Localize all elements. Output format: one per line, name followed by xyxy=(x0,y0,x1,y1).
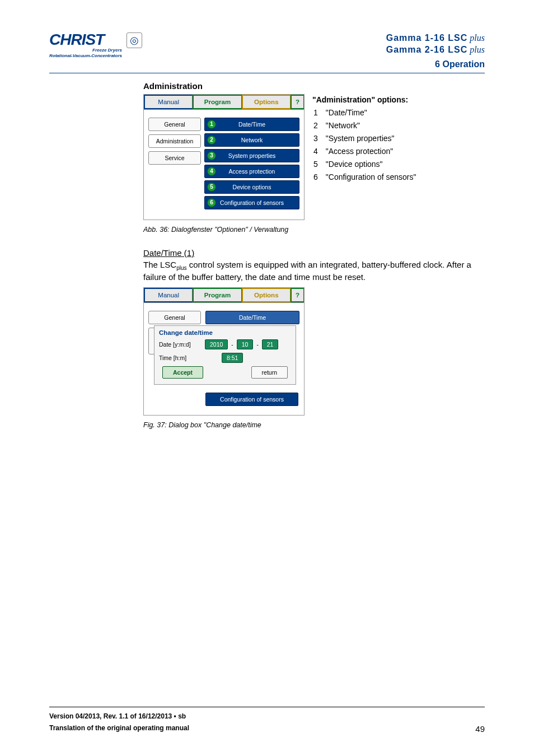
menu-config-sensors[interactable]: 6Configuration of sensors xyxy=(204,196,299,209)
badge-5: 5 xyxy=(207,183,216,192)
menu-device-options[interactable]: 5Device options xyxy=(204,180,299,194)
tab-help-2[interactable]: ? xyxy=(291,288,304,302)
datetime-dialog: Manual Program Options ? General Ad Date… xyxy=(143,287,305,416)
time-label: Time [h:m] xyxy=(159,354,202,361)
date-label: Date [y:m:d] xyxy=(159,341,202,348)
tab-bar-2: Manual Program Options ? xyxy=(144,288,304,303)
badge-3: 3 xyxy=(207,151,216,160)
footer-translation: Translation of the original operating ma… xyxy=(49,722,189,734)
logo: CHRIST Freeze Dryers Rotational-Vacuum-C… xyxy=(49,32,142,58)
fig37-caption: Fig. 37: Dialog box "Change date/time xyxy=(143,421,485,429)
time-row: Time [h:m] 8:51 xyxy=(159,353,291,363)
page-number: 49 xyxy=(475,724,485,734)
swirl-icon: ◎ xyxy=(127,32,142,48)
menu-datetime[interactable]: 1Date/Time xyxy=(204,118,299,131)
tab-options-2[interactable]: Options xyxy=(242,288,291,302)
badge-2: 2 xyxy=(207,136,216,144)
sidebar-administration[interactable]: Administration xyxy=(148,134,201,148)
fig36-caption: Abb. 36: Dialogfenster "Optionen" / Verw… xyxy=(143,226,485,234)
datetime-heading: Date/Time (1) xyxy=(143,248,485,258)
config-sensors-button-2[interactable]: Configuration of sensors xyxy=(205,393,298,406)
page-footer: Version 04/2013, Rev. 1.1 of 16/12/2013 … xyxy=(49,707,485,734)
menu-network[interactable]: 2Network xyxy=(204,133,299,147)
admin-menu: 1Date/Time 2Network 3System properties 4… xyxy=(204,118,299,209)
header-divider xyxy=(49,73,485,73)
sidebar-general[interactable]: General xyxy=(148,118,201,131)
page-header: CHRIST Freeze Dryers Rotational-Vacuum-C… xyxy=(49,32,485,69)
date-year-input[interactable]: 2010 xyxy=(205,339,228,349)
datetime-head-button[interactable]: Date/Time xyxy=(205,311,299,324)
date-row: Date [y:m:d] 2010 - 10 - 21 xyxy=(159,339,291,349)
popup-title: Change date/time xyxy=(159,329,291,336)
badge-6: 6 xyxy=(207,198,216,207)
logo-subtext: Freeze Dryers Rotational-Vacuum-Concentr… xyxy=(49,48,122,58)
badge-4: 4 xyxy=(207,167,216,176)
accept-button[interactable]: Accept xyxy=(162,366,203,379)
tab-bar: Manual Program Options ? xyxy=(144,95,304,110)
tab-options[interactable]: Options xyxy=(242,95,291,109)
datetime-paragraph: The LSCplus control system is equipped w… xyxy=(143,259,485,283)
admin-heading: Administration xyxy=(143,81,485,91)
dash-icon: - xyxy=(256,342,258,348)
options-sidebar: General Administration Service xyxy=(148,118,201,209)
sidebar-service[interactable]: Service xyxy=(148,151,201,165)
date-day-input[interactable]: 21 xyxy=(262,339,279,349)
time-input[interactable]: 8:51 xyxy=(222,353,243,363)
return-button[interactable]: return xyxy=(251,366,288,379)
change-datetime-popup: Change date/time Date [y:m:d] 2010 - 10 … xyxy=(154,325,296,385)
dash-icon: - xyxy=(231,342,233,348)
sidebar-general-2[interactable]: General xyxy=(148,311,201,324)
admin-options-list: "Administration" options: 1"Date/Time" 2… xyxy=(312,94,418,184)
menu-system-properties[interactable]: 3System properties xyxy=(204,149,299,162)
tab-manual-2[interactable]: Manual xyxy=(144,288,193,302)
date-month-input[interactable]: 10 xyxy=(237,339,254,349)
tab-program[interactable]: Program xyxy=(193,95,241,109)
badge-1: 1 xyxy=(207,120,216,129)
product-labels: Gamma 1-16 LSC plus Gamma 2-16 LSC plus … xyxy=(386,32,485,69)
tab-program-2[interactable]: Program xyxy=(193,288,241,302)
section-title: 6 Operation xyxy=(386,59,485,69)
options-dialog: Manual Program Options ? General Adminis… xyxy=(143,94,305,220)
footer-version: Version 04/2013, Rev. 1.1 of 16/12/2013 … xyxy=(49,711,189,722)
options-list-header: "Administration" options: xyxy=(312,94,418,106)
menu-access-protection[interactable]: 4Access protection xyxy=(204,165,299,178)
tab-manual[interactable]: Manual xyxy=(144,95,193,109)
tab-help[interactable]: ? xyxy=(291,95,304,109)
logo-text: CHRIST xyxy=(49,32,122,46)
